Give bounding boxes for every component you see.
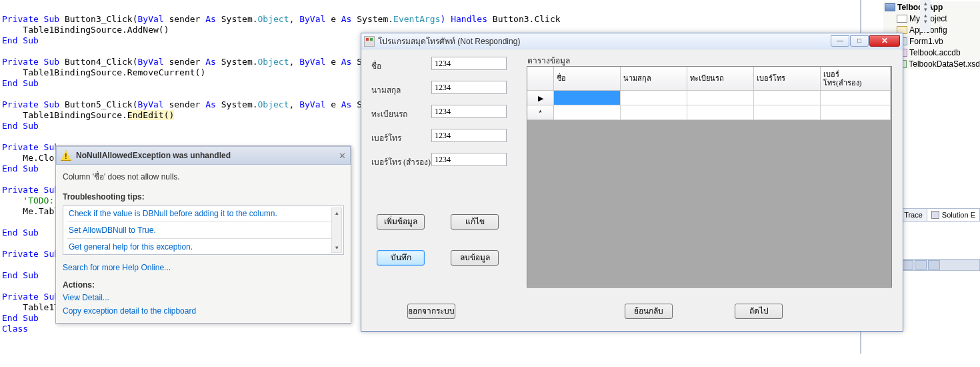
column-header[interactable]: เบอร์ โทร(สำรอง)	[821, 67, 891, 91]
datagrid[interactable]: ชื่อ นามสกุล ทะเบียนรถ เบอร์โทร เบอร์ โท…	[527, 66, 892, 288]
grid-cell[interactable]	[821, 91, 891, 105]
project-node[interactable]: TelbookApp	[883, 1, 980, 13]
grid-label: ตารางข้อมูล	[527, 54, 570, 67]
prev-button[interactable]: ย้อนกลับ	[625, 304, 673, 319]
grid-cell[interactable]	[754, 105, 821, 120]
tip-link[interactable]: Check if the value is DBNull before addi…	[63, 206, 343, 221]
exception-title: NoNullAllowedException was unhandled	[76, 151, 339, 160]
app-window: โปรแกรมสมุดโทรศัพท์ (Not Responding) — □…	[361, 33, 903, 332]
add-button[interactable]: เพิ่มข้อมูล	[377, 214, 425, 230]
grid-cell[interactable]	[554, 105, 621, 120]
window-title: โปรแกรมสมุดโทรศัพท์ (Not Responding)	[378, 35, 831, 47]
solution-explorer-icon	[931, 211, 939, 219]
input-name[interactable]	[431, 57, 507, 70]
app-icon	[364, 36, 375, 47]
exception-message: Column 'ชื่อ' does not allow nulls.	[56, 165, 351, 190]
datagrid-row[interactable]: ▶	[527, 91, 891, 105]
actions-heading: Actions:	[56, 274, 351, 291]
close-icon[interactable]: ✕	[339, 151, 346, 161]
row-header-corner[interactable]	[527, 67, 554, 91]
edit-button[interactable]: แก้ไข	[451, 214, 499, 230]
delete-button[interactable]: ลบข้อมูล	[451, 250, 499, 266]
grid-cell[interactable]	[554, 91, 621, 105]
exit-button[interactable]: ออกจากระบบ	[407, 304, 455, 319]
label-plate: ทะเบียนรถ	[371, 107, 407, 120]
titlebar[interactable]: โปรแกรมสมุดโทรศัพท์ (Not Responding) — □…	[361, 33, 903, 49]
input-surname[interactable]	[431, 81, 507, 94]
grid-cell[interactable]	[621, 91, 687, 105]
input-tel2[interactable]	[431, 153, 507, 166]
label-surname: นามสกุล	[371, 83, 401, 96]
input-plate[interactable]	[431, 105, 507, 118]
vb-project-icon	[885, 3, 895, 11]
view-detail-link[interactable]: View Detail...	[56, 291, 351, 304]
maximize-button[interactable]: □	[850, 35, 869, 47]
grid-cell[interactable]	[687, 91, 754, 105]
copy-exception-link[interactable]: Copy exception detail to the clipboard	[56, 304, 351, 318]
tips-heading: Troubleshooting tips:	[56, 190, 351, 204]
toolbar-strip[interactable]	[900, 259, 980, 271]
next-button[interactable]: ถัดไป	[735, 304, 783, 319]
datagrid-new-row[interactable]: *	[527, 105, 891, 120]
grid-cell[interactable]	[621, 105, 687, 120]
save-button[interactable]: บันทึก	[377, 250, 425, 266]
editor-split-button[interactable]: ▴▾▴▾	[920, 0, 931, 32]
input-tel[interactable]	[431, 129, 507, 142]
column-header[interactable]: นามสกุล	[621, 67, 687, 91]
column-header[interactable]: ชื่อ	[554, 67, 621, 91]
search-help-link[interactable]: Search for more Help Online...	[56, 260, 351, 274]
column-header[interactable]: ทะเบียนรถ	[687, 67, 754, 91]
label-tel2: เบอร์โทร (สำรอง)	[371, 155, 431, 168]
close-button[interactable]: ✕	[869, 35, 900, 47]
tip-link[interactable]: Get general help for this exception.	[63, 240, 343, 254]
label-tel: เบอร์โทร	[371, 131, 401, 144]
tips-scrollbar[interactable]: ▴▾	[331, 208, 342, 253]
warning-icon	[61, 150, 71, 161]
datagrid-header-row: ชื่อ นามสกุล ทะเบียนรถ เบอร์โทร เบอร์ โท…	[527, 67, 891, 91]
minimize-button[interactable]: —	[831, 35, 849, 47]
tips-list: Check if the value is DBNull before addi…	[63, 206, 344, 255]
label-name: ชื่อ	[371, 59, 381, 72]
new-row-indicator[interactable]: *	[527, 105, 554, 120]
solution-item[interactable]: My Project	[883, 13, 980, 24]
grid-cell[interactable]	[821, 105, 891, 120]
exception-header: NoNullAllowedException was unhandled ✕	[56, 146, 351, 165]
folder-icon	[897, 15, 907, 23]
row-indicator[interactable]: ▶	[527, 91, 554, 105]
grid-cell[interactable]	[687, 105, 754, 120]
exception-assistant: NoNullAllowedException was unhandled ✕ C…	[55, 145, 351, 324]
column-header[interactable]: เบอร์โทร	[754, 67, 821, 91]
grid-cell[interactable]	[754, 91, 821, 105]
tip-link[interactable]: Set AllowDBNull to True.	[63, 223, 343, 238]
tab-solution-explorer[interactable]: Solution E	[927, 208, 980, 222]
